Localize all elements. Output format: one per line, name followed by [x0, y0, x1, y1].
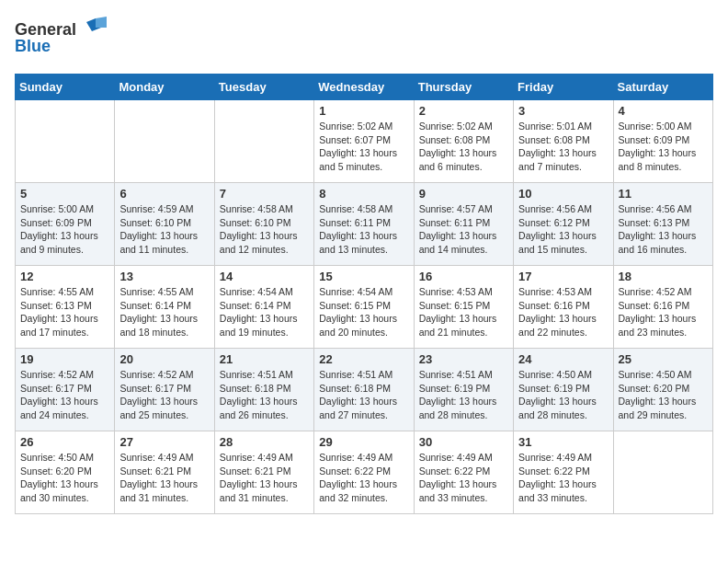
day-info: Sunrise: 4:52 AM Sunset: 6:17 PM Dayligh… [20, 368, 109, 422]
day-number: 26 [20, 435, 109, 449]
day-info: Sunrise: 5:02 AM Sunset: 6:07 PM Dayligh… [319, 120, 408, 174]
calendar-cell: 13Sunrise: 4:55 AM Sunset: 6:14 PM Dayli… [115, 266, 214, 349]
day-info: Sunrise: 4:51 AM Sunset: 6:18 PM Dayligh… [319, 368, 408, 422]
day-info: Sunrise: 4:49 AM Sunset: 6:21 PM Dayligh… [220, 451, 309, 505]
day-info: Sunrise: 5:02 AM Sunset: 6:08 PM Dayligh… [419, 120, 508, 174]
day-info: Sunrise: 4:55 AM Sunset: 6:14 PM Dayligh… [119, 285, 209, 339]
day-number: 25 [619, 352, 708, 366]
calendar-cell: 19Sunrise: 4:52 AM Sunset: 6:17 PM Dayli… [16, 349, 115, 431]
day-info: Sunrise: 4:57 AM Sunset: 6:11 PM Dayligh… [419, 202, 508, 257]
calendar-cell [115, 100, 214, 183]
header-day: Saturday [613, 75, 712, 100]
day-number: 10 [518, 187, 608, 201]
day-number: 4 [619, 104, 708, 118]
day-number: 22 [319, 352, 408, 366]
day-number: 6 [119, 187, 209, 201]
day-info: Sunrise: 4:49 AM Sunset: 6:22 PM Dayligh… [319, 451, 408, 505]
calendar-cell: 5Sunrise: 5:00 AM Sunset: 6:09 PM Daylig… [16, 183, 115, 266]
calendar-cell: 25Sunrise: 4:50 AM Sunset: 6:20 PM Dayli… [613, 349, 712, 431]
day-info: Sunrise: 4:50 AM Sunset: 6:20 PM Dayligh… [619, 368, 708, 422]
day-number: 17 [518, 270, 608, 283]
header-day: Friday [514, 75, 613, 100]
day-info: Sunrise: 5:01 AM Sunset: 6:08 PM Dayligh… [518, 120, 608, 174]
day-number: 18 [619, 270, 708, 283]
calendar-cell: 10Sunrise: 4:56 AM Sunset: 6:12 PM Dayli… [514, 183, 613, 266]
day-number: 15 [319, 270, 408, 283]
day-number: 29 [319, 435, 408, 449]
day-info: Sunrise: 4:54 AM Sunset: 6:14 PM Dayligh… [220, 285, 309, 339]
calendar-table: SundayMondayTuesdayWednesdayThursdayFrid… [15, 74, 713, 514]
calendar-cell: 21Sunrise: 4:51 AM Sunset: 6:18 PM Dayli… [214, 349, 313, 431]
day-info: Sunrise: 4:53 AM Sunset: 6:16 PM Dayligh… [518, 285, 608, 339]
day-info: Sunrise: 4:53 AM Sunset: 6:15 PM Dayligh… [419, 285, 508, 339]
day-number: 9 [419, 187, 508, 201]
calendar-cell: 22Sunrise: 4:51 AM Sunset: 6:18 PM Dayli… [314, 349, 414, 431]
day-number: 27 [119, 435, 209, 449]
day-number: 3 [518, 104, 608, 118]
day-info: Sunrise: 4:49 AM Sunset: 6:22 PM Dayligh… [419, 451, 508, 505]
header-day: Monday [115, 75, 214, 100]
day-number: 21 [220, 352, 309, 366]
day-info: Sunrise: 4:56 AM Sunset: 6:13 PM Dayligh… [619, 202, 708, 257]
svg-text:Blue: Blue [15, 37, 51, 55]
day-info: Sunrise: 4:58 AM Sunset: 6:11 PM Dayligh… [319, 202, 408, 257]
day-info: Sunrise: 4:58 AM Sunset: 6:10 PM Dayligh… [220, 202, 309, 257]
day-number: 16 [419, 270, 508, 283]
calendar-cell: 17Sunrise: 4:53 AM Sunset: 6:16 PM Dayli… [514, 266, 613, 349]
day-info: Sunrise: 4:50 AM Sunset: 6:19 PM Dayligh… [518, 368, 608, 422]
calendar-cell: 11Sunrise: 4:56 AM Sunset: 6:13 PM Dayli… [613, 183, 712, 266]
calendar-cell: 31Sunrise: 4:49 AM Sunset: 6:22 PM Dayli… [514, 431, 613, 514]
calendar-cell: 27Sunrise: 4:49 AM Sunset: 6:21 PM Dayli… [115, 431, 214, 514]
day-info: Sunrise: 4:51 AM Sunset: 6:18 PM Dayligh… [220, 368, 309, 422]
calendar-cell: 6Sunrise: 4:59 AM Sunset: 6:10 PM Daylig… [115, 183, 214, 266]
day-number: 19 [20, 352, 109, 366]
day-number: 5 [20, 187, 109, 201]
calendar-cell: 29Sunrise: 4:49 AM Sunset: 6:22 PM Dayli… [314, 431, 414, 514]
calendar-cell [613, 431, 712, 514]
day-number: 28 [220, 435, 309, 449]
calendar-cell: 2Sunrise: 5:02 AM Sunset: 6:08 PM Daylig… [414, 100, 513, 183]
calendar-cell: 18Sunrise: 4:52 AM Sunset: 6:16 PM Dayli… [613, 266, 712, 349]
calendar-cell: 8Sunrise: 4:58 AM Sunset: 6:11 PM Daylig… [314, 183, 414, 266]
calendar-cell: 16Sunrise: 4:53 AM Sunset: 6:15 PM Dayli… [414, 266, 513, 349]
header-day: Thursday [414, 75, 513, 100]
day-number: 8 [319, 187, 408, 201]
calendar-cell: 3Sunrise: 5:01 AM Sunset: 6:08 PM Daylig… [514, 100, 613, 183]
calendar-week-row: 5Sunrise: 5:00 AM Sunset: 6:09 PM Daylig… [16, 183, 713, 266]
day-number: 11 [619, 187, 708, 201]
day-info: Sunrise: 4:50 AM Sunset: 6:20 PM Dayligh… [20, 451, 109, 505]
day-number: 24 [518, 352, 608, 366]
calendar-week-row: 19Sunrise: 4:52 AM Sunset: 6:17 PM Dayli… [16, 349, 713, 431]
calendar-cell: 26Sunrise: 4:50 AM Sunset: 6:20 PM Dayli… [16, 431, 115, 514]
header-day: Tuesday [214, 75, 313, 100]
day-info: Sunrise: 4:54 AM Sunset: 6:15 PM Dayligh… [319, 285, 408, 339]
day-info: Sunrise: 4:52 AM Sunset: 6:17 PM Dayligh… [119, 368, 209, 422]
calendar-cell: 24Sunrise: 4:50 AM Sunset: 6:19 PM Dayli… [514, 349, 613, 431]
day-number: 14 [220, 270, 309, 283]
calendar-week-row: 1Sunrise: 5:02 AM Sunset: 6:07 PM Daylig… [16, 100, 713, 183]
logo-svg: General Blue [15, 15, 116, 63]
calendar-cell: 1Sunrise: 5:02 AM Sunset: 6:07 PM Daylig… [314, 100, 414, 183]
day-info: Sunrise: 4:56 AM Sunset: 6:12 PM Dayligh… [518, 202, 608, 257]
calendar-cell: 9Sunrise: 4:57 AM Sunset: 6:11 PM Daylig… [414, 183, 513, 266]
calendar-cell: 20Sunrise: 4:52 AM Sunset: 6:17 PM Dayli… [115, 349, 214, 431]
calendar-cell: 23Sunrise: 4:51 AM Sunset: 6:19 PM Dayli… [414, 349, 513, 431]
day-info: Sunrise: 4:51 AM Sunset: 6:19 PM Dayligh… [419, 368, 508, 422]
calendar-cell: 28Sunrise: 4:49 AM Sunset: 6:21 PM Dayli… [214, 431, 313, 514]
calendar-cell [214, 100, 313, 183]
calendar-cell: 4Sunrise: 5:00 AM Sunset: 6:09 PM Daylig… [613, 100, 712, 183]
day-number: 2 [419, 104, 508, 118]
page-header: General Blue [15, 15, 713, 63]
day-number: 20 [119, 352, 209, 366]
day-number: 7 [220, 187, 309, 201]
calendar-cell: 14Sunrise: 4:54 AM Sunset: 6:14 PM Dayli… [214, 266, 313, 349]
calendar-cell: 30Sunrise: 4:49 AM Sunset: 6:22 PM Dayli… [414, 431, 513, 514]
day-number: 23 [419, 352, 508, 366]
day-number: 30 [419, 435, 508, 449]
day-number: 12 [20, 270, 109, 283]
day-info: Sunrise: 5:00 AM Sunset: 6:09 PM Dayligh… [619, 120, 708, 174]
calendar-week-row: 26Sunrise: 4:50 AM Sunset: 6:20 PM Dayli… [16, 431, 713, 514]
calendar-cell [16, 100, 115, 183]
day-info: Sunrise: 4:52 AM Sunset: 6:16 PM Dayligh… [619, 285, 708, 339]
header-row: SundayMondayTuesdayWednesdayThursdayFrid… [16, 75, 713, 100]
